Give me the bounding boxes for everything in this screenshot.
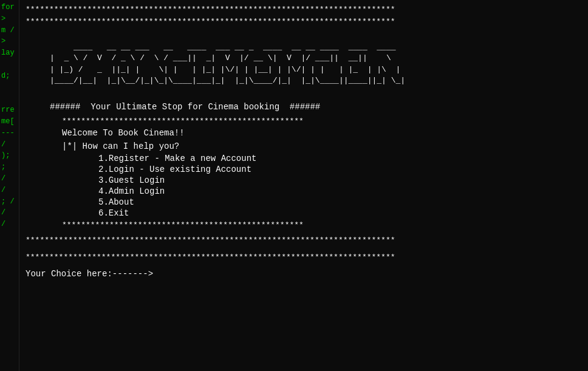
menu-item-5[interactable]: 5.About — [98, 197, 582, 207]
menu-separator-top: ****************************************… — [62, 117, 582, 126]
menu-item-6[interactable]: 6.Exit — [98, 208, 582, 218]
stars-bottom-2: ****************************************… — [26, 251, 582, 264]
sidebar-text: / — [1, 185, 18, 196]
sidebar-text: ); — [1, 151, 18, 161]
ascii-art-logo: ____ __ __ ___ __ ____ ___ __ _ ____ __ … — [50, 31, 582, 97]
tagline: ###### Your Ultimate Stop for Cinema boo… — [50, 102, 582, 112]
sidebar-text: / — [1, 174, 18, 184]
choice-input[interactable] — [153, 269, 275, 279]
sidebar-text — [1, 83, 18, 93]
sidebar-text: d; — [1, 71, 18, 81]
terminal-window: ****************************************… — [19, 0, 588, 371]
menu-item-2[interactable]: 2.Login - Use existing Account — [98, 165, 582, 174]
sidebar-text: > — [1, 36, 18, 47]
sidebar-text: --- — [1, 128, 18, 138]
sidebar-text: lay — [1, 48, 18, 58]
sidebar-text: > — [1, 14, 18, 24]
menu-separator-bottom: ****************************************… — [62, 220, 582, 230]
stars-top-2: ****************************************… — [26, 16, 582, 28]
menu-item-3[interactable]: 3.Guest Login — [98, 175, 582, 185]
sidebar-text: m / — [1, 26, 18, 36]
sidebar-text — [1, 94, 18, 104]
sidebar-text: / — [1, 219, 18, 230]
sidebar-text: rre — [1, 105, 18, 115]
menu-item-4[interactable]: 4.Admin Login — [98, 186, 582, 196]
menu-prompt: |*| How can I help you? — [62, 141, 582, 151]
stars-bottom-1: ****************************************… — [26, 234, 582, 247]
sidebar-text: for — [1, 2, 18, 13]
sidebar-text: / — [1, 140, 18, 150]
sidebar-text: ; / — [1, 197, 18, 207]
input-label: Your Choice here:-------> — [26, 269, 153, 279]
sidebar-text: ; — [1, 162, 18, 172]
sidebar-text: / — [1, 208, 18, 218]
welcome-text: Welcome To Book Cinema!! — [62, 128, 582, 138]
stars-top-1: ****************************************… — [26, 4, 582, 16]
left-sidebar: for > m / > lay d; rre me[ --- / ); ; / … — [0, 0, 19, 371]
sidebar-text: me[ — [1, 117, 18, 127]
choice-input-line[interactable]: Your Choice here:-------> — [26, 269, 582, 279]
sidebar-text — [1, 60, 18, 70]
menu-item-1[interactable]: 1.Register - Make a new Account — [98, 154, 582, 163]
